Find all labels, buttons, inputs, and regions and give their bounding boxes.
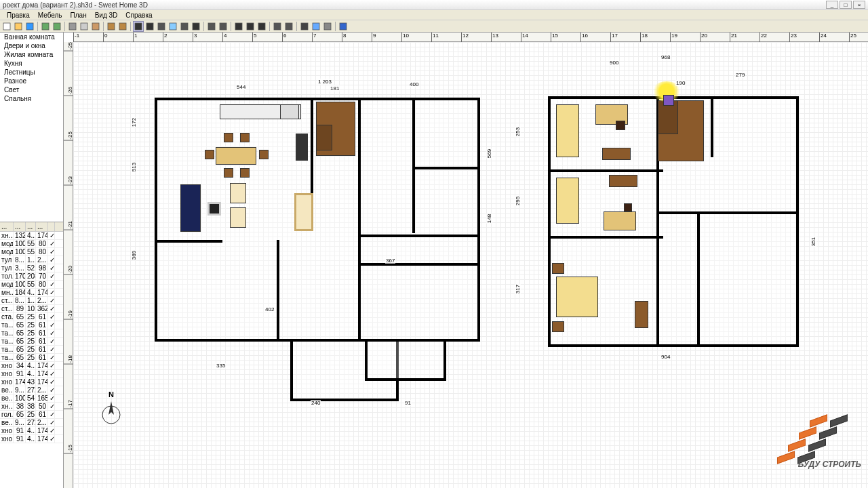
furniture-row[interactable]: ст...89101362✓: [0, 305, 63, 313]
furniture-row[interactable]: хн...383850✓: [0, 403, 63, 411]
furniture-row[interactable]: мод1005580✓: [0, 240, 63, 248]
column-header[interactable]: ...: [26, 222, 36, 231]
furniture-armchair[interactable]: [230, 207, 246, 228]
furniture-chair[interactable]: [224, 168, 233, 178]
catalog-item[interactable]: Спальня: [0, 94, 63, 103]
room-tool-button[interactable]: [167, 21, 178, 32]
text-tool-button[interactable]: [191, 21, 201, 32]
ccw-button[interactable]: [218, 21, 229, 32]
text-italic-button[interactable]: [256, 21, 267, 32]
furniture-dresser[interactable]: [609, 175, 637, 187]
compass-icon[interactable]: N: [102, 390, 121, 426]
furniture-row[interactable]: хно914...174✓: [0, 435, 63, 443]
catalog-item[interactable]: Разное: [0, 77, 63, 85]
furniture-wardrobe[interactable]: [635, 301, 648, 328]
furniture-fridge[interactable]: [296, 134, 308, 161]
furniture-row[interactable]: хно914...174✓: [0, 427, 63, 435]
text-bold-button[interactable]: [245, 21, 256, 32]
furniture-row[interactable]: ст...8...1...2...✓: [0, 297, 63, 305]
zoom-in-button[interactable]: [272, 21, 283, 32]
menu-Справка[interactable]: Справка: [121, 12, 156, 19]
text-size-button[interactable]: [233, 21, 244, 32]
furniture-dresser[interactable]: [552, 263, 564, 274]
furniture-row[interactable]: ста...652561✓: [0, 313, 63, 321]
furniture-cook[interactable]: [280, 104, 299, 119]
furniture-wardrobe[interactable]: [294, 193, 313, 231]
furniture-catalog[interactable]: Ванная комнатаДвери и окнаЖилая комнатаК…: [0, 33, 63, 222]
menu-Правка[interactable]: Правка: [3, 12, 34, 19]
open-file-button[interactable]: [13, 21, 24, 32]
minimize-button[interactable]: _: [826, 1, 838, 9]
furniture-chair[interactable]: [224, 133, 233, 142]
menu-Вид 3D[interactable]: Вид 3D: [91, 12, 122, 19]
furniture-bed[interactable]: [556, 178, 579, 224]
catalog-item[interactable]: Лестницы: [0, 68, 63, 77]
furniture-row[interactable]: хно344...174✓: [0, 362, 63, 370]
furniture-row[interactable]: тул8...1...2....✓: [0, 256, 63, 264]
redo-button[interactable]: [52, 21, 62, 32]
furniture-row[interactable]: ве...9...2722...✓: [0, 386, 63, 394]
new-file-button[interactable]: [1, 21, 12, 32]
furniture-tv[interactable]: [208, 202, 221, 216]
undo-button[interactable]: [40, 21, 51, 32]
maximize-button[interactable]: □: [840, 1, 852, 9]
settings-button[interactable]: [322, 21, 333, 32]
zoom-out-button[interactable]: [283, 21, 294, 32]
furniture-dresser[interactable]: [316, 125, 332, 150]
furniture-row[interactable]: гол...652561✓: [0, 411, 63, 419]
furniture-chair[interactable]: [240, 133, 250, 142]
column-header[interactable]: ...: [36, 222, 48, 231]
help-button[interactable]: [338, 21, 349, 32]
furniture-row[interactable]: та...652561✓: [0, 329, 63, 338]
furniture-row[interactable]: тол...17020870✓: [0, 272, 63, 281]
furniture-chair[interactable]: [259, 150, 269, 159]
furniture-list[interactable]: ............ хн...1324...174✓мод1005580✓…: [0, 222, 63, 488]
furniture-chair[interactable]: [205, 150, 214, 159]
furniture-row[interactable]: мод1005580✓: [0, 281, 63, 289]
furniture-row[interactable]: та...652561✓: [0, 338, 63, 346]
furniture-row[interactable]: мн...1844...174✓: [0, 289, 63, 297]
dim-tool-button[interactable]: [179, 21, 190, 32]
catalog-item[interactable]: Двери и окна: [0, 41, 63, 50]
furniture-row[interactable]: тул3...5298✓: [0, 264, 63, 272]
cw-button[interactable]: [206, 21, 217, 32]
furniture-dresser[interactable]: [602, 148, 631, 160]
furniture-chair[interactable]: [616, 121, 625, 130]
photo-button[interactable]: [311, 21, 321, 32]
column-header[interactable]: ...: [0, 222, 14, 231]
furniture-row[interactable]: ве...9...2722...✓: [0, 419, 63, 427]
wall-tool-button[interactable]: [156, 21, 167, 32]
furniture-add-button[interactable]: [106, 21, 117, 32]
furniture-table[interactable]: [216, 147, 256, 165]
menu-Мебель[interactable]: Мебель: [34, 12, 66, 19]
close-button[interactable]: ×: [853, 1, 865, 9]
furniture-row[interactable]: та...652561✓: [0, 321, 63, 329]
column-header[interactable]: [48, 222, 55, 231]
menu-План[interactable]: План: [66, 12, 91, 19]
furniture-row[interactable]: ве...10054165✓: [0, 394, 63, 403]
paste-button[interactable]: [90, 21, 101, 32]
furniture-chair[interactable]: [240, 168, 250, 178]
catalog-item[interactable]: Жилая комната: [0, 50, 63, 59]
furniture-row[interactable]: та...652561✓: [0, 346, 63, 354]
furniture-bed[interactable]: [556, 277, 598, 317]
furniture-sofa[interactable]: [180, 184, 201, 232]
catalog-item[interactable]: Кухня: [0, 59, 63, 68]
save-file-button[interactable]: [24, 21, 35, 32]
furniture-bed[interactable]: [556, 104, 579, 157]
cut-button[interactable]: [67, 21, 78, 32]
plan-view[interactable]: -101234567891011121314151617181920212223…: [64, 33, 868, 488]
camera-button[interactable]: [299, 21, 310, 32]
furniture-row[interactable]: хно914...174✓: [0, 370, 63, 378]
pan-tool-button[interactable]: [144, 21, 155, 32]
column-header[interactable]: ...: [14, 222, 26, 231]
plan-canvas[interactable]: 544 1 203 181 400 172 513 369 402 335 24…: [73, 42, 868, 488]
furniture-row[interactable]: хн...1324...174✓: [0, 232, 63, 240]
furniture-row[interactable]: хно17443174✓: [0, 378, 63, 386]
catalog-item[interactable]: Свет: [0, 85, 63, 94]
furniture-row[interactable]: та...652561✓: [0, 354, 63, 362]
catalog-item[interactable]: Ванная комната: [0, 33, 63, 41]
furniture-dresser[interactable]: [552, 321, 564, 332]
furniture-armchair[interactable]: [230, 183, 246, 203]
furniture-row[interactable]: мод1005580✓: [0, 248, 63, 256]
